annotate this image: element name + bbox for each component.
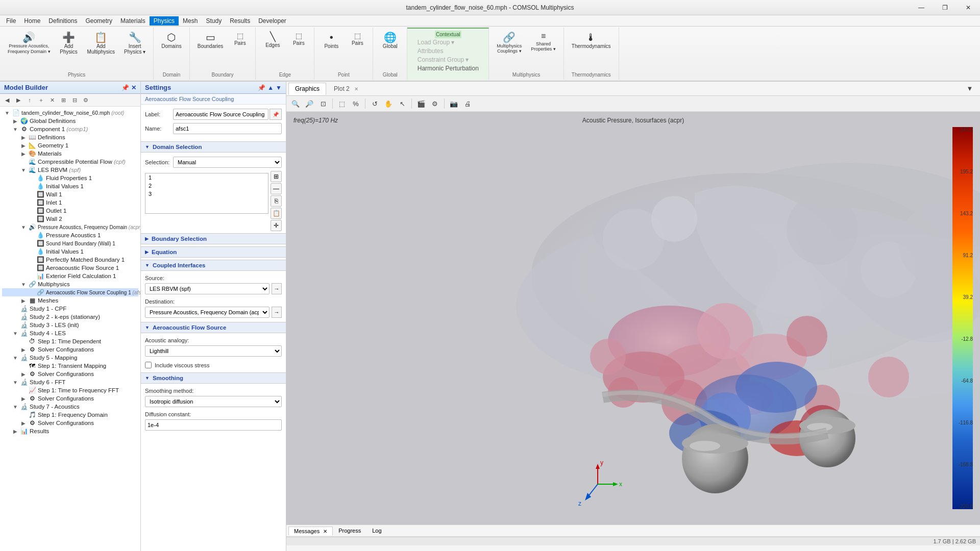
ribbon-btn-global[interactable]: 🌐 Global xyxy=(377,30,403,52)
menu-geometry[interactable]: Geometry xyxy=(81,16,116,26)
tree-item-meshes[interactable]: ▶ ▦ Meshes xyxy=(2,296,138,305)
tree-item-init-vals1[interactable]: ▶ 💧 Initial Values 1 xyxy=(2,182,138,190)
tree-toggle-root[interactable]: ▼ xyxy=(3,110,11,116)
destination-goto-btn[interactable]: → xyxy=(272,307,282,318)
tree-item-study3[interactable]: ▶ 🔬 Study 3 - LES (init) xyxy=(2,321,138,329)
tree-item-afs1[interactable]: ▶ 🔲 Aeroacoustic Flow Source 1 xyxy=(2,264,138,272)
zoom-percent-btn[interactable]: % xyxy=(350,97,362,110)
menu-materials[interactable]: Materials xyxy=(116,16,150,26)
tree-toggle-study5-solver[interactable]: ▶ xyxy=(19,371,28,377)
source-dropdown[interactable]: LES RBVM (spf) xyxy=(145,283,270,294)
tree-toggle-global-defs[interactable]: ▶ xyxy=(11,118,19,124)
tab-plot2[interactable]: Plot 2 ✕ xyxy=(327,83,365,94)
tree-toggle-component1[interactable]: ▼ xyxy=(11,127,19,132)
tab-plot2-close[interactable]: ✕ xyxy=(354,86,358,92)
tree-item-pa1[interactable]: ▶ 💧 Pressure Acoustics 1 xyxy=(2,231,138,239)
tree-toggle-definitions[interactable]: ▶ xyxy=(19,135,28,140)
label-pin-btn[interactable]: 📌 xyxy=(270,109,282,120)
ribbon-btn-multiphysics-couplings[interactable]: 🔗 MultiphysicsCouplings ▾ xyxy=(493,30,525,56)
mb-expand-btn[interactable]: ⊞ xyxy=(58,95,68,105)
tree-toggle-geometry1[interactable]: ▶ xyxy=(19,143,28,148)
tree-item-inlet1[interactable]: ▶ 🔲 Inlet 1 xyxy=(2,198,138,207)
ribbon-btn-boundary-pairs[interactable]: ⬚ Pairs xyxy=(229,30,251,48)
selection-item-2[interactable]: 2 xyxy=(145,182,268,190)
model-tree[interactable]: ▼ 📄 tandem_cylinder_flow_noise_60.mph (r… xyxy=(0,107,140,551)
mb-collapse-btn[interactable]: ⊟ xyxy=(69,95,80,105)
afs-section-header[interactable]: ▼ Aeroacoustic Flow Source xyxy=(141,322,286,333)
tree-toggle-study6[interactable]: ▼ xyxy=(11,380,19,385)
tree-toggle-pa-freq[interactable]: ▼ xyxy=(19,224,28,230)
bottom-tab-messages-close[interactable]: ✕ xyxy=(323,529,327,534)
selection-dropdown[interactable]: Manual All domains xyxy=(173,157,282,168)
menu-study[interactable]: Study xyxy=(202,16,226,26)
label-input[interactable] xyxy=(173,109,268,120)
snapshot-btn[interactable]: 📷 xyxy=(448,97,460,110)
tree-item-component1[interactable]: ▼ ⚙ Component 1 (comp1) xyxy=(2,125,138,133)
selection-copy-btn[interactable]: ⎘ xyxy=(271,195,282,207)
selection-add-from-graphics-btn[interactable]: ⊞ xyxy=(271,171,282,182)
ribbon-btn-load-group[interactable]: Load Group ▾ xyxy=(415,38,457,46)
tree-item-shb[interactable]: ▶ 🔲 Sound Hard Boundary (Wall) 1 xyxy=(2,239,138,247)
tree-item-pa-init1[interactable]: ▶ 💧 Initial Values 1 xyxy=(2,247,138,256)
tree-item-study1[interactable]: ▶ 🔬 Study 1 - CPF xyxy=(2,305,138,313)
tree-item-efc1[interactable]: ▶ 📊 Exterior Field Calculation 1 xyxy=(2,272,138,280)
mb-delete-btn[interactable]: ✕ xyxy=(47,95,57,105)
tree-item-results[interactable]: ▶ 📊 Results xyxy=(2,427,138,435)
tree-item-study4-solver[interactable]: ▶ ⚙ Solver Configurations xyxy=(2,345,138,354)
tree-toggle-study5[interactable]: ▼ xyxy=(11,355,19,361)
mb-add-btn[interactable]: ＋ xyxy=(36,95,46,105)
selection-list[interactable]: 1 2 3 xyxy=(145,173,268,214)
mb-forward-btn[interactable]: ▶ xyxy=(13,95,23,105)
zoom-fit-btn[interactable]: ⊡ xyxy=(317,97,329,110)
tree-item-study2[interactable]: ▶ 🔬 Study 2 - k-eps (stationary) xyxy=(2,313,138,321)
tree-item-fluid-props1[interactable]: ▶ 💧 Fluid Properties 1 xyxy=(2,174,138,182)
ribbon-btn-add-physics[interactable]: ➕ AddPhysics xyxy=(56,30,82,57)
close-button[interactable]: ✕ xyxy=(957,0,980,15)
bottom-tab-progress[interactable]: Progress xyxy=(333,526,366,535)
settings-arrow-down[interactable]: ▼ xyxy=(276,84,282,91)
name-input[interactable] xyxy=(173,123,282,134)
select-btn[interactable]: ↖ xyxy=(396,97,408,110)
menu-mesh[interactable]: Mesh xyxy=(179,16,202,26)
boundary-selection-header[interactable]: ▶ Boundary Selection xyxy=(141,233,286,244)
ribbon-btn-thermodynamics[interactable]: 🌡 Thermodynamics xyxy=(568,30,615,52)
bottom-tab-log[interactable]: Log xyxy=(366,526,387,535)
equation-header[interactable]: ▶ Equation xyxy=(141,246,286,258)
ribbon-btn-shared-properties[interactable]: ≡ SharedProperties ▾ xyxy=(527,30,559,54)
ribbon-btn-point-pairs[interactable]: ⬚ Pairs xyxy=(346,30,369,48)
tree-item-geometry1[interactable]: ▶ 📐 Geometry 1 xyxy=(2,141,138,149)
tree-item-definitions[interactable]: ▶ 📖 Definitions xyxy=(2,133,138,141)
bottom-tab-messages[interactable]: Messages ✕ xyxy=(288,527,333,535)
mb-settings-btn[interactable]: ⚙ xyxy=(81,95,91,105)
ribbon-btn-boundaries[interactable]: ▭ Boundaries xyxy=(194,30,227,52)
tree-item-wall1[interactable]: ▶ 🔲 Wall 1 xyxy=(2,190,138,198)
tree-toggle-meshes[interactable]: ▶ xyxy=(19,298,28,304)
acoustic-analogy-dropdown[interactable]: Lighthill Other xyxy=(145,345,282,357)
ribbon-btn-add-multiphysics[interactable]: 📋 AddMultiphysics xyxy=(84,30,118,57)
tree-toggle-study6-solver[interactable]: ▶ xyxy=(19,396,28,402)
mb-back-btn[interactable]: ◀ xyxy=(2,95,12,105)
ribbon-btn-points[interactable]: • Points xyxy=(318,30,344,52)
mb-up-btn[interactable]: ↑ xyxy=(24,95,35,105)
tree-item-root[interactable]: ▼ 📄 tandem_cylinder_flow_noise_60.mph (r… xyxy=(2,109,138,117)
domain-selection-header[interactable]: ▼ Domain Selection xyxy=(141,141,286,153)
tree-item-les-rbvm[interactable]: ▼ 🌊 LES RBVM (spf) xyxy=(2,166,138,174)
minimize-button[interactable]: — xyxy=(910,0,933,15)
tree-toggle-multiphysics[interactable]: ▼ xyxy=(19,282,28,287)
smoothing-method-dropdown[interactable]: Isotropic diffusion None xyxy=(145,396,282,407)
ribbon-btn-pressure-acoustics[interactable]: 🔊 Pressure Acoustics,Frequency Domain ▾ xyxy=(4,30,54,57)
pan-btn[interactable]: ✋ xyxy=(382,97,395,110)
ribbon-btn-domains[interactable]: ⬡ Domains xyxy=(158,30,185,52)
model-builder-close[interactable]: ✕ xyxy=(131,84,136,91)
render-btn[interactable]: 🎬 xyxy=(415,97,427,110)
tree-item-study6-step1[interactable]: ▶ 📈 Step 1: Time to Frequency FFT xyxy=(2,386,138,394)
tree-toggle-materials[interactable]: ▶ xyxy=(19,151,28,157)
tree-item-study7-step1[interactable]: ▶ 🎵 Step 1: Frequency Domain xyxy=(2,411,138,419)
tree-item-study7-solver[interactable]: ▶ ⚙ Solver Configurations xyxy=(2,419,138,427)
menu-definitions[interactable]: Definitions xyxy=(44,16,81,26)
tree-item-afsc1[interactable]: ▶ 🔗 Aeroacoustic Flow Source Coupling 1 … xyxy=(2,288,138,296)
settings-pin[interactable]: 📌 xyxy=(258,84,265,91)
smoothing-header[interactable]: ▼ Smoothing xyxy=(141,372,286,384)
print-btn[interactable]: 🖨 xyxy=(461,97,474,110)
tree-item-cpf[interactable]: ▶ 🌊 Compressible Potential Flow (cpf) xyxy=(2,158,138,166)
